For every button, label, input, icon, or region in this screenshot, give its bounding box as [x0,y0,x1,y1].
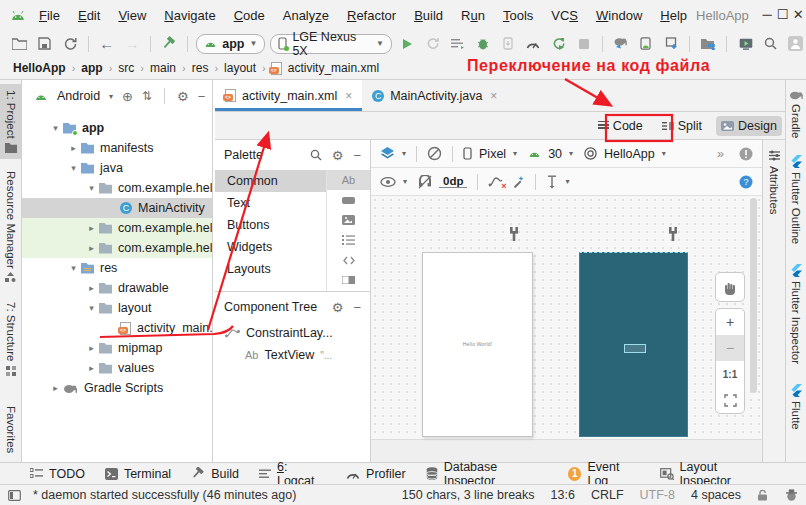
palette-category-layouts[interactable]: Layouts [215,258,326,280]
tree-row-layout[interactable]: layout [22,298,212,318]
minimize-button[interactable]: ─ [759,0,775,30]
fragment-widget-icon[interactable] [327,250,370,270]
infer-constraints-icon[interactable] [511,175,525,189]
orientation-icon[interactable] [427,146,442,161]
debug-icon[interactable] [473,33,493,54]
chevron-down-icon[interactable] [66,263,81,273]
design-preview-phone[interactable]: Hello World! [422,252,533,437]
mode-code-button[interactable]: Code [593,116,648,136]
tree-row-package-test[interactable]: com.example.helloapp [22,238,212,258]
menu-refactor[interactable]: Refactor [338,8,405,23]
menu-analyze[interactable]: Analyze [274,8,338,23]
tree-row-values[interactable]: values [22,358,212,378]
chevron-down-icon[interactable] [66,163,81,173]
run-icon[interactable] [397,33,417,54]
close-icon[interactable]: × [345,89,352,103]
issues-icon[interactable] [739,147,753,161]
device-manager-icon[interactable] [636,33,656,54]
menu-edit[interactable]: Edit [69,8,109,23]
tree-row-res[interactable]: res [22,258,212,278]
tab-activity-main-xml[interactable]: activity_main.xml × [215,80,362,111]
tool-stripe-attributes[interactable]: Attributes [768,166,780,215]
api-level-select[interactable]: 30 [548,147,562,161]
tool-stripe-flutter-outline[interactable]: Flutter Outline [790,155,802,244]
hide-panel-icon[interactable]: − [353,149,361,162]
blueprint-preview-phone[interactable] [579,252,688,437]
close-icon[interactable]: × [490,89,497,103]
avd-manager-icon[interactable] [735,33,755,54]
menu-build[interactable]: Build [405,8,452,23]
gear-icon[interactable]: ⚙ [177,90,189,103]
clear-constraints-icon[interactable]: × [488,175,504,188]
rerun-icon[interactable] [548,33,568,54]
menu-vcs[interactable]: VCS [542,8,587,23]
textview-widget-icon[interactable] [327,170,370,190]
tree-row-java[interactable]: java [22,158,212,178]
tree-row-mipmap[interactable]: mipmap [22,338,212,358]
sync-icon[interactable] [59,33,79,54]
canvas-scrollbar[interactable] [750,198,757,393]
zoom-out-button[interactable]: − [716,335,744,361]
collapse-all-icon[interactable]: ⇅ [142,90,152,102]
project-view-select[interactable]: Android [57,89,100,103]
menu-view[interactable]: View [109,8,155,23]
tree-row-app[interactable]: app [22,118,212,138]
palette-category-common[interactable]: Common [215,170,326,192]
chevron-double-icon[interactable]: » [717,147,724,161]
open-file-icon[interactable] [9,33,29,54]
switch-widget-icon[interactable] [327,270,370,290]
profiler-button[interactable]: Profiler [346,467,406,481]
chevron-right-icon[interactable] [84,343,99,353]
view-options-icon[interactable] [380,177,396,187]
menu-run[interactable]: Run [452,8,494,23]
chevron-down-icon[interactable] [84,183,99,193]
gear-icon[interactable]: ⚙ [332,301,344,314]
locate-file-icon[interactable]: ⊕ [122,90,133,103]
forward-icon[interactable]: → [122,33,142,54]
tool-window-toggle-icon[interactable] [8,490,21,501]
breadcrumb-item[interactable]: main [149,61,177,75]
tool-stripe-project[interactable]: 1: Project [0,84,22,159]
design-canvas[interactable]: Hello World! + − 1:1 [371,196,762,440]
breadcrumb-item[interactable]: app [80,61,103,75]
menu-file[interactable]: File [30,8,69,23]
help-icon[interactable]: ? [739,175,753,189]
gradle-sync-icon[interactable] [611,33,631,54]
zoom-fit-button[interactable] [716,387,744,413]
chevron-right-icon[interactable] [84,283,99,293]
hide-panel-icon[interactable]: − [353,301,361,314]
zoom-reset-button[interactable]: 1:1 [716,361,744,387]
zoom-in-button[interactable]: + [716,309,744,335]
tool-stripe-gradle[interactable]: Gradle [789,90,804,139]
palette-category-widgets[interactable]: Widgets [215,236,326,258]
chevron-right-icon[interactable] [84,243,99,253]
autoconnect-off-icon[interactable] [418,175,432,189]
button-widget-icon[interactable] [327,190,370,210]
profiler-icon[interactable] [523,33,543,54]
back-icon[interactable]: ← [97,33,117,54]
apply-code-changes-icon[interactable] [447,33,467,54]
caret-position[interactable]: 13:6 [551,488,575,502]
menu-tools[interactable]: Tools [494,8,542,23]
default-margin-select[interactable]: 0dp [439,175,467,188]
chevron-down-icon[interactable] [48,123,63,133]
gear-icon[interactable]: ⚙ [332,149,344,162]
maximize-button[interactable]: ☐ [775,0,791,30]
chevron-right-icon[interactable] [66,143,81,153]
lock-icon[interactable] [757,489,769,501]
pan-hand-button[interactable] [715,272,745,302]
stop-icon[interactable] [573,33,593,54]
run-config-select[interactable]: app ▼ [196,34,265,54]
tool-stripe-resource-manager[interactable]: Resource Manager [0,165,22,289]
chevron-right-icon[interactable] [84,363,99,373]
chevron-right-icon[interactable] [48,383,63,393]
imageview-widget-icon[interactable] [327,210,370,230]
file-encoding[interactable]: UTF-8 [640,488,675,502]
tool-stripe-structure[interactable]: 7: Structure [0,296,22,381]
menu-navigate[interactable]: Navigate [155,8,224,23]
tree-row-package[interactable]: com.example.helloapp [22,178,212,198]
tree-row-package-androidtest[interactable]: com.example.helloapp [22,218,212,238]
tree-row-drawable[interactable]: drawable [22,278,212,298]
highlighting-level-icon[interactable] [785,489,798,501]
chevron-right-icon[interactable] [84,223,99,233]
